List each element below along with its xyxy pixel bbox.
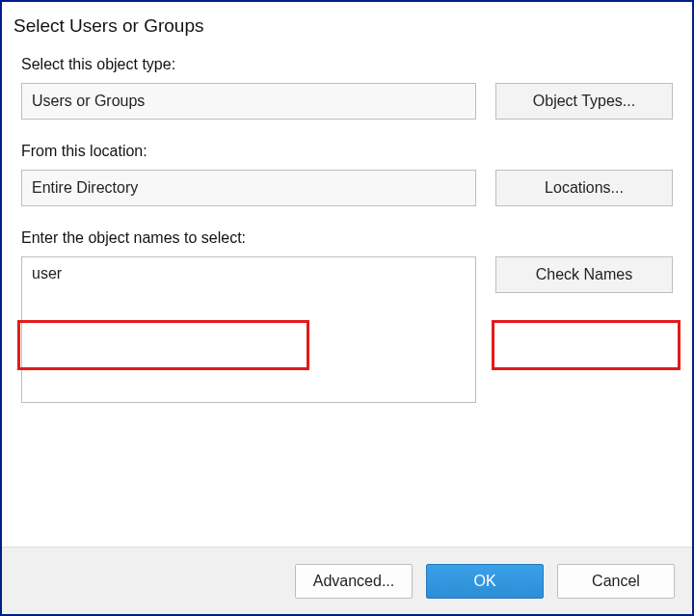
object-names-row: Check Names <box>21 256 673 406</box>
object-types-button[interactable]: Object Types... <box>495 83 673 120</box>
location-label: From this location: <box>21 143 673 160</box>
check-names-button[interactable]: Check Names <box>495 256 673 293</box>
object-names-label: Enter the object names to select: <box>21 229 673 247</box>
locations-button[interactable]: Locations... <box>495 170 673 206</box>
ok-button[interactable]: OK <box>426 564 544 599</box>
dialog-window: Select Users or Groups Select this objec… <box>0 0 694 616</box>
object-type-label: Select this object type: <box>21 56 673 73</box>
advanced-button[interactable]: Advanced... <box>295 564 413 599</box>
location-row: Entire Directory Locations... <box>21 170 673 206</box>
dialog-footer: Advanced... OK Cancel <box>2 547 692 614</box>
dialog-title: Select Users or Groups <box>2 2 692 44</box>
cancel-button[interactable]: Cancel <box>557 564 675 599</box>
location-field[interactable]: Entire Directory <box>21 170 476 206</box>
dialog-content: Select this object type: Users or Groups… <box>2 44 692 547</box>
object-type-row: Users or Groups Object Types... <box>21 83 673 120</box>
object-names-input[interactable] <box>21 256 476 403</box>
object-type-field[interactable]: Users or Groups <box>21 83 476 120</box>
